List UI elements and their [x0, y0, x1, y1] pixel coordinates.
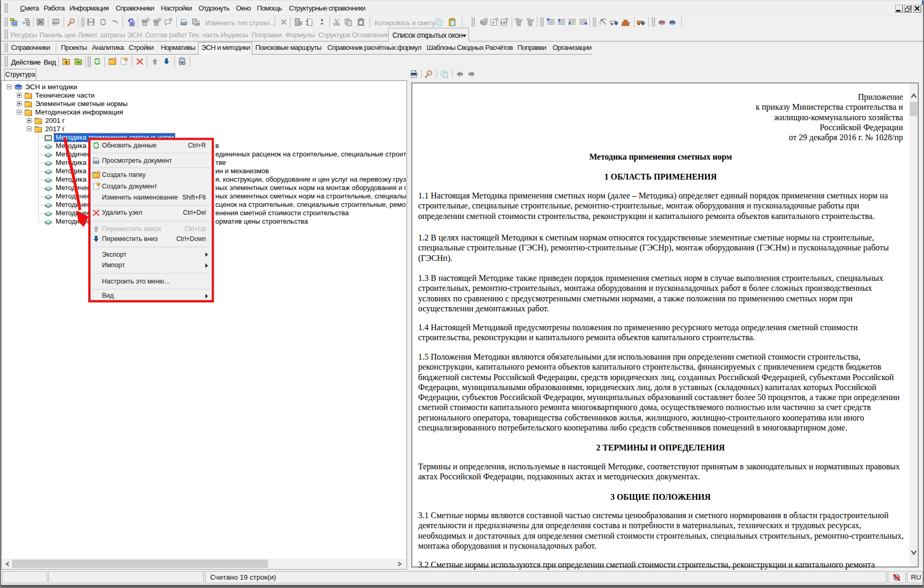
svg-text:Р: Р: [492, 20, 495, 25]
svg-text:ПР: ПР: [501, 20, 506, 25]
svg-text:✱: ✱: [131, 22, 133, 26]
svg-text:PDF: PDF: [52, 19, 60, 23]
